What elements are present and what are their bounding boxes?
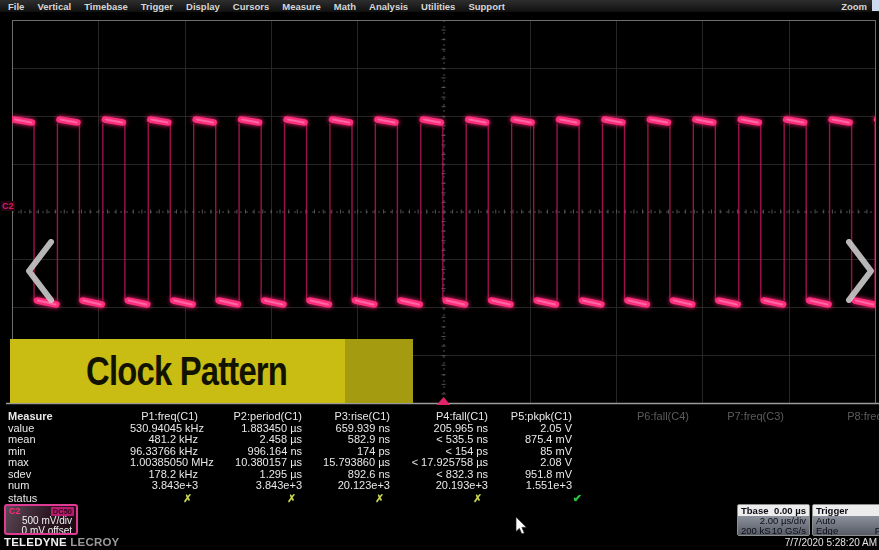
measure-value: 20.193e+3	[396, 480, 494, 492]
measure-col-header: P5:pkpk(C1)	[494, 411, 578, 423]
measure-col-header: P3:rise(C1)	[308, 411, 396, 423]
measure-row-label: status	[0, 492, 130, 505]
status-empty	[578, 492, 695, 505]
measure-value: 3.843e+3	[130, 480, 204, 492]
measure-value: 582.9 ns	[308, 434, 396, 446]
measure-value	[578, 457, 695, 469]
measure-value	[695, 457, 790, 469]
measure-value	[695, 423, 790, 435]
measure-value	[578, 434, 695, 446]
trigger-slope: Positive	[875, 526, 879, 536]
measure-col-header: P1:freq(C1)	[130, 411, 204, 423]
channel-zero-marker[interactable]: C2	[1, 201, 15, 211]
trigger-type: Edge	[816, 526, 838, 536]
measure-value: < 17.925758 µs	[396, 457, 494, 469]
status-fail-icon: ✗	[308, 492, 396, 505]
annotation-banner: Clock Pattern	[10, 339, 413, 403]
measure-value: 3.843e+3	[204, 480, 308, 492]
mouse-cursor	[515, 517, 527, 535]
measure-value	[790, 480, 879, 492]
timebase-samples: 200 kS	[741, 526, 771, 536]
measure-value: 1.551e+3	[494, 480, 578, 492]
timestamp: 7/7/2020 5:28:20 AM	[785, 537, 877, 548]
status-fail-icon: ✗	[396, 492, 494, 505]
measure-value	[578, 480, 695, 492]
measure-value: 2.458 µs	[204, 434, 308, 446]
measure-value	[695, 446, 790, 458]
measure-value	[790, 457, 879, 469]
annotation-banner-shade	[345, 339, 413, 403]
status-fail-icon: ✗	[130, 492, 204, 505]
trigger-descriptor-box[interactable]: Trigger C2|DC Auto 0 mV Edge Positive	[812, 504, 879, 536]
brand-logo: TELEDYNE LECROY	[4, 536, 119, 548]
measure-value	[578, 446, 695, 458]
measure-value	[790, 469, 879, 481]
measure-row-label: mean	[0, 434, 130, 446]
measure-col-header: P7:freq(C3)	[695, 411, 790, 423]
measure-value	[695, 469, 790, 481]
measure-value	[578, 423, 695, 435]
annotation-banner-label: Clock Pattern	[86, 348, 287, 395]
oscilloscope-screen: FileVerticalTimebaseTriggerDisplayCursor…	[0, 0, 879, 550]
channel-descriptor-box[interactable]: C2 DC50 500 mV/div 0 mV offset	[4, 504, 78, 535]
measure-value: 10.380157 µs	[204, 457, 308, 469]
measure-row-label: max	[0, 457, 130, 469]
measure-table: MeasureP1:freq(C1)P2:period(C1)P3:rise(C…	[0, 411, 879, 504]
scroll-right-chevron-icon[interactable]	[840, 238, 879, 304]
scroll-left-chevron-icon[interactable]	[20, 238, 60, 304]
status-empty	[790, 492, 879, 505]
measure-value: < 535.5 ns	[396, 434, 494, 446]
measure-value	[695, 480, 790, 492]
measure-col-header: P6:fall(C4)	[578, 411, 695, 423]
measure-value	[578, 469, 695, 481]
measure-value	[790, 446, 879, 458]
timebase-rate: 10 GS/s	[772, 526, 806, 536]
status-pass-icon: ✔	[494, 492, 578, 505]
measure-value	[790, 434, 879, 446]
timebase-descriptor-box[interactable]: Tbase 0.00 µs 2.00 µs/div 200 kS 10 GS/s	[737, 504, 810, 536]
measure-value: 481.2 kHz	[130, 434, 204, 446]
measure-value	[790, 423, 879, 435]
measure-value: 1.00385050 MHz	[130, 457, 204, 469]
measure-value: 2.08 V	[494, 457, 578, 469]
channel-offset: 0 mV offset	[6, 526, 76, 535]
brand-logo-lecroy: LECROY	[70, 536, 119, 548]
measure-value	[695, 434, 790, 446]
measure-col-header: P8:freq(C1)	[790, 411, 879, 423]
measure-value: 875.4 mV	[494, 434, 578, 446]
status-fail-icon: ✗	[204, 492, 308, 505]
measure-row-label: num	[0, 480, 130, 492]
measure-col-header: P2:period(C1)	[204, 411, 308, 423]
measure-col-header: P4:fall(C1)	[396, 411, 494, 423]
channel-name: C2	[9, 507, 21, 516]
status-empty	[695, 492, 790, 505]
measure-value: 15.793860 µs	[308, 457, 396, 469]
measure-table-title: Measure	[0, 411, 130, 423]
measure-value: 20.123e+3	[308, 480, 396, 492]
brand-logo-teledyne: TELEDYNE	[4, 536, 67, 548]
